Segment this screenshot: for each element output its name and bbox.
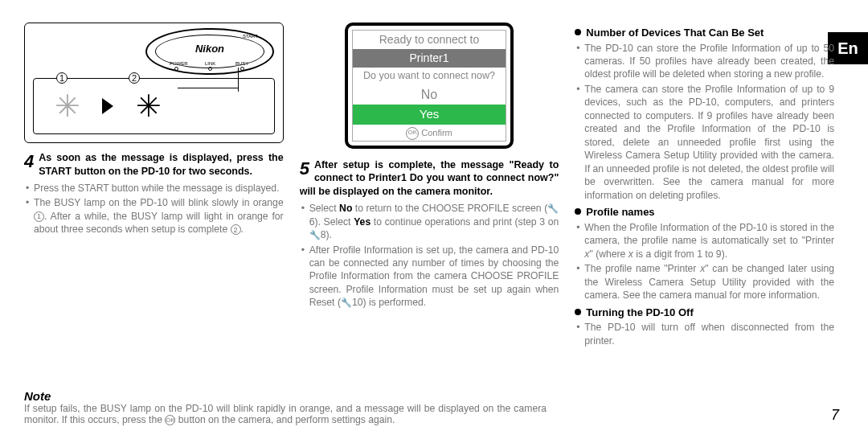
sec-off-list: The PD-10 will turn off when disconnecte…: [575, 321, 834, 347]
dialog-confirm-row: OK Confirm: [353, 125, 506, 141]
brand-label: Nikon: [147, 42, 272, 56]
sec-profile-b1: When the Profile Information of the PD-1…: [584, 221, 834, 261]
sec-profile-b2: The profile name "Printer x" can be chan…: [584, 262, 834, 302]
column-2: Ready to connect to Printer1 Do you want…: [300, 16, 559, 427]
dialog-line-3: Do you want to connect now?: [353, 68, 506, 84]
ok-icon: OK: [406, 127, 419, 140]
lamp-solid-icon: [133, 90, 165, 122]
note-block: Note If setup fails, the BUSY lamp on th…: [24, 384, 547, 425]
column-1: Nikon POWER LINK BUSY START 1 2: [24, 16, 284, 427]
step-5-heading: After setup is complete, the message "Re…: [300, 158, 559, 199]
sec-profile-list: When the Profile Information of the PD-1…: [575, 221, 834, 302]
note-body: If setup fails, the BUSY lamp on the PD-…: [24, 403, 547, 425]
dialog-option-no: No: [353, 84, 506, 105]
step-5-number: 5: [300, 158, 309, 181]
busy-label: BUSY: [235, 60, 248, 67]
lamp-blink-icon: [51, 90, 84, 122]
link-label: LINK: [205, 60, 215, 67]
callout-1: 1: [56, 72, 68, 84]
device-illustration: Nikon POWER LINK BUSY START 1 2: [24, 23, 284, 143]
column-3: Number of Devices That Can Be Set The PD…: [575, 16, 844, 427]
dialog-line-2: Printer1: [353, 49, 506, 68]
arrow-right-icon: [102, 98, 113, 114]
step-5-bullet-1: Select No to return to the CHOOSE PROFIL…: [309, 202, 559, 241]
step-4: 4 As soon as the message is displayed, p…: [24, 151, 284, 179]
step-5-bullets: Select No to return to the CHOOSE PROFIL…: [300, 202, 559, 310]
sec-devices-head: Number of Devices That Can Be Set: [575, 26, 834, 40]
sec-off-b1: The PD-10 will turn off when disconnecte…: [584, 321, 834, 347]
dialog-line-1: Ready to connect to: [353, 31, 506, 49]
sec-profile-head: Profile names: [575, 205, 834, 220]
step-5: 5 After setup is complete, the message "…: [300, 158, 559, 199]
ok-button-inline-icon: OK: [165, 415, 175, 425]
sec-devices-b2: The camera can store the Profile Informa…: [584, 83, 834, 202]
step-4-bullet-1: Press the START button while the message…: [34, 182, 284, 195]
start-label: START: [243, 33, 258, 39]
camera-dialog: Ready to connect to Printer1 Do you want…: [345, 23, 514, 149]
adapter-outline: Nikon POWER LINK BUSY START: [145, 28, 274, 75]
step-4-number: 4: [24, 151, 34, 174]
content-columns: Nikon POWER LINK BUSY START 1 2: [24, 16, 844, 427]
sec-off-head: Turning the PD-10 Off: [575, 306, 834, 320]
power-label: POWER: [170, 60, 188, 67]
step-4-heading: As soon as the message is displayed, pre…: [24, 151, 284, 179]
sec-devices-list: The PD-10 can store the Profile Informat…: [575, 42, 834, 203]
sec-devices-b1: The PD-10 can store the Profile Informat…: [584, 42, 834, 81]
step-4-bullets: Press the START button while the message…: [24, 182, 284, 236]
callout-2: 2: [129, 72, 140, 84]
note-title: Note: [24, 389, 547, 403]
page-number: 7: [831, 407, 839, 424]
step-4-bullet-2: The BUSY lamp on the PD-10 will blink sl…: [34, 196, 284, 236]
manual-page: En Nikon POWER LINK BUSY START 1 2: [0, 0, 868, 435]
step-5-bullet-2: After Profile Information is set up, the…: [309, 244, 559, 310]
dialog-confirm-label: Confirm: [421, 127, 452, 139]
dialog-option-yes: Yes: [353, 105, 506, 124]
